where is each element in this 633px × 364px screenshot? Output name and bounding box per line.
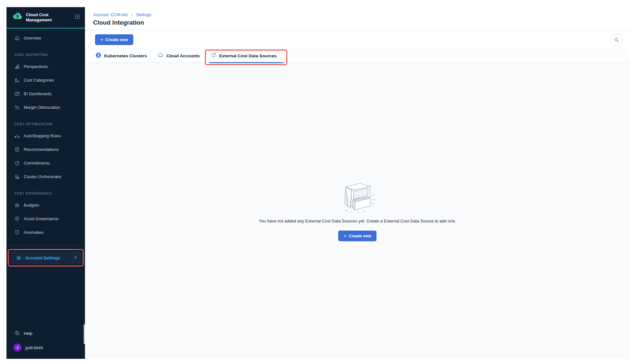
sidebar-item-budgets[interactable]: Budgets [6,198,85,212]
sidebar-item-label: Asset Governance [24,216,58,221]
piggy-bank-icon [14,202,20,208]
shield-dollar-icon [14,216,20,222]
percent-icon [14,105,20,110]
sidebar-header: Cloud Cost Management [6,7,85,28]
sidebar-item-label: Overview [24,36,41,40]
sidebar-item-autostopping-rules[interactable]: AutoStopping Rules [6,129,85,142]
sidebar-item-label: Anomalies [24,230,43,235]
sidebar-nav: Overview COST REPORTING Perspectives Cos… [6,28,85,239]
sidebar-item-label: AutoStopping Rules [24,133,61,138]
section-cost-reporting: COST REPORTING [6,50,85,60]
tab-label: Kubernetes Clusters [104,53,147,58]
create-new-label: Create new [105,37,128,42]
sidebar-item-label: Margin Obfuscation [24,105,60,110]
sidebar-item-recommendations[interactable]: Recommendations [6,142,85,156]
breadcrumb-account-link[interactable]: Account: CCM-NG [93,12,128,17]
section-cost-optimization: COST OPTIMIZATION [6,119,85,129]
empty-state: You have not added any External Cost Dat… [85,63,630,359]
tab-cloud-accounts[interactable]: Cloud Accounts [158,49,200,63]
sidebar-item-perspectives[interactable]: Perspectives [6,60,85,73]
tab-external-cost-data-sources[interactable]: External Cost Data Sources [211,49,277,63]
sidebar-item-label: Recommendations [24,147,59,152]
sidebar-item-cluster-orchestrator[interactable]: Cluster Orchestrator [6,170,85,183]
sidebar-divider [6,245,85,246]
avatar: J [14,344,21,351]
dashboard-image-icon [14,91,20,97]
toolbar: + Create new [85,30,630,49]
active-tab-indicator [209,62,284,63]
cluster-icon [14,174,20,179]
kubernetes-icon [96,52,101,59]
chat-help-icon [14,331,20,336]
sidebar-item-label: Commitments [24,161,50,165]
sidebar-spacer [6,267,85,326]
sidebar-item-asset-governance[interactable]: Asset Governance [6,212,85,225]
sidebar-bottom: Help J jyoti.bisht [6,326,85,359]
shield-alert-icon [14,230,20,235]
chevron-right-icon [131,12,134,17]
ccm-logo-icon [12,12,23,20]
sidebar: Cloud Cost Management Overview COST REPO… [6,7,85,359]
bar-chart-icon [14,64,20,69]
username: jyoti.bisht [25,345,43,350]
app-switcher-icon[interactable] [75,14,80,20]
sidebar-item-label: BI Dashboards [24,91,52,96]
tab-bar: Kubernetes Clusters Cloud Accounts Exter… [85,49,630,63]
search-icon [614,37,619,42]
sidebar-item-anomalies[interactable]: Anomalies [6,225,85,239]
annotation-box-account-settings: Account Settings [8,249,84,267]
sidebar-item-label: Cluster Orchestrator [24,174,62,179]
sidebar-item-bi-dashboards[interactable]: BI Dashboards [6,87,85,100]
sidebar-item-margin-obfuscation[interactable]: Margin Obfuscation [6,100,85,114]
shapes-hierarchy-icon [14,77,20,83]
user-profile[interactable]: J jyoti.bisht [6,340,85,355]
tab-kubernetes-clusters[interactable]: Kubernetes Clusters [96,49,147,63]
brand-title: Cloud Cost Management [26,12,62,23]
sidebar-item-label: Budgets [24,203,39,208]
sidebar-item-label: Account Settings [25,256,70,260]
help-label: Help [24,331,32,336]
sidebar-item-cost-categories[interactable]: Cost Categories [6,73,85,87]
autostopping-icon [14,133,20,139]
recommendation-tag-icon [14,147,20,152]
section-cost-governance: COST GOVERNANCE [6,188,85,198]
empty-create-new-button[interactable]: + Create new [338,231,376,241]
app-window: Cloud Cost Management Overview COST REPO… [6,7,630,359]
breadcrumb-settings-link[interactable]: Settings [136,12,151,17]
clock-icon [14,160,20,166]
breadcrumb: Account: CCM-NG Settings [93,12,630,17]
external-link-icon [211,52,216,59]
sidebar-item-label: Perspectives [24,64,48,69]
cloud-icon [158,52,163,59]
tab-label: Cloud Accounts [166,53,200,58]
empty-drawer-illustration [338,180,377,213]
empty-state-message: You have not added any External Cost Dat… [259,219,456,223]
sidebar-item-commitments[interactable]: Commitments [6,156,85,170]
home-icon [14,35,20,41]
page-title: Cloud Integration [93,19,630,26]
search-button[interactable] [611,34,622,45]
main-content: Account: CCM-NG Settings Cloud Integrati… [85,7,630,359]
sidebar-item-account-settings[interactable]: Account Settings [10,251,81,264]
help-button[interactable]: Help [6,326,85,340]
create-new-label: Create new [349,233,371,238]
sidebar-item-overview[interactable]: Overview [6,31,85,45]
tab-label: External Cost Data Sources [219,53,277,58]
plus-icon: + [343,233,346,239]
gear-icon [16,255,21,261]
page-header: Account: CCM-NG Settings Cloud Integrati… [85,7,630,30]
chevron-right-icon [74,255,78,261]
sidebar-item-label: Cost Categories [24,78,54,83]
create-new-button[interactable]: + Create new [95,34,133,45]
plus-icon: + [100,37,103,42]
